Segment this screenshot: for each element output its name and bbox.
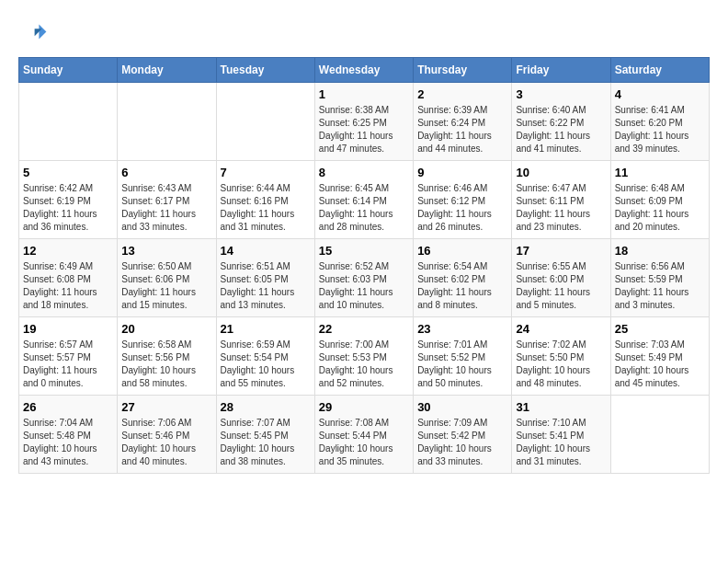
day-info: Sunrise: 7:02 AM Sunset: 5:50 PM Dayligh… <box>516 339 606 390</box>
day-info: Sunrise: 7:09 AM Sunset: 5:42 PM Dayligh… <box>417 417 507 468</box>
day-number: 24 <box>516 322 606 336</box>
weekday-saturday: Saturday <box>610 58 709 83</box>
day-number: 28 <box>221 400 311 414</box>
svg-marker-0 <box>39 24 46 39</box>
day-number: 13 <box>121 244 211 258</box>
day-number: 7 <box>221 166 311 179</box>
calendar-week-5: 26Sunrise: 7:04 AM Sunset: 5:48 PM Dayli… <box>19 396 710 474</box>
day-info: Sunrise: 6:44 AM Sunset: 6:16 PM Dayligh… <box>221 182 311 234</box>
day-info: Sunrise: 6:43 AM Sunset: 6:17 PM Dayligh… <box>121 182 211 234</box>
day-number: 12 <box>23 244 113 258</box>
day-info: Sunrise: 6:49 AM Sunset: 6:08 PM Dayligh… <box>23 260 113 312</box>
calendar-cell <box>19 83 118 161</box>
calendar-cell: 2Sunrise: 6:39 AM Sunset: 6:24 PM Daylig… <box>414 83 512 161</box>
day-info: Sunrise: 6:39 AM Sunset: 6:24 PM Dayligh… <box>417 104 507 155</box>
calendar-header: SundayMondayTuesdayWednesdayThursdayFrid… <box>19 58 710 83</box>
day-number: 1 <box>319 87 409 101</box>
day-number: 20 <box>121 322 211 336</box>
day-number: 14 <box>221 244 311 258</box>
day-info: Sunrise: 7:03 AM Sunset: 5:49 PM Dayligh… <box>615 339 705 390</box>
logo-icon <box>18 18 48 48</box>
calendar-cell: 5Sunrise: 6:42 AM Sunset: 6:19 PM Daylig… <box>19 161 118 239</box>
day-info: Sunrise: 6:48 AM Sunset: 6:09 PM Dayligh… <box>615 182 705 234</box>
calendar-cell: 8Sunrise: 6:45 AM Sunset: 6:14 PM Daylig… <box>314 161 413 239</box>
weekday-monday: Monday <box>118 58 216 83</box>
calendar-week-3: 12Sunrise: 6:49 AM Sunset: 6:08 PM Dayli… <box>19 239 710 317</box>
day-info: Sunrise: 7:04 AM Sunset: 5:48 PM Dayligh… <box>23 417 113 468</box>
day-info: Sunrise: 7:10 AM Sunset: 5:41 PM Dayligh… <box>516 417 606 468</box>
calendar-cell: 13Sunrise: 6:50 AM Sunset: 6:06 PM Dayli… <box>118 239 216 317</box>
day-info: Sunrise: 6:46 AM Sunset: 6:12 PM Dayligh… <box>417 182 507 234</box>
calendar-cell <box>216 83 314 161</box>
day-info: Sunrise: 6:54 AM Sunset: 6:02 PM Dayligh… <box>417 260 507 312</box>
day-info: Sunrise: 6:45 AM Sunset: 6:14 PM Dayligh… <box>319 182 409 234</box>
calendar-cell: 4Sunrise: 6:41 AM Sunset: 6:20 PM Daylig… <box>610 83 709 161</box>
day-number: 19 <box>23 322 113 336</box>
calendar-cell: 14Sunrise: 6:51 AM Sunset: 6:05 PM Dayli… <box>216 239 314 317</box>
day-number: 31 <box>516 400 606 414</box>
calendar-cell: 17Sunrise: 6:55 AM Sunset: 6:00 PM Dayli… <box>512 239 610 317</box>
calendar-cell: 1Sunrise: 6:38 AM Sunset: 6:25 PM Daylig… <box>314 83 413 161</box>
day-number: 3 <box>516 87 606 101</box>
day-number: 15 <box>319 244 409 258</box>
day-info: Sunrise: 7:07 AM Sunset: 5:45 PM Dayligh… <box>221 417 311 468</box>
day-number: 27 <box>121 400 211 414</box>
page-header <box>18 18 710 48</box>
weekday-tuesday: Tuesday <box>216 58 314 83</box>
calendar-cell: 6Sunrise: 6:43 AM Sunset: 6:17 PM Daylig… <box>118 161 216 239</box>
day-number: 17 <box>516 244 606 258</box>
day-number: 4 <box>615 87 705 101</box>
calendar-cell: 24Sunrise: 7:02 AM Sunset: 5:50 PM Dayli… <box>512 317 610 396</box>
day-info: Sunrise: 7:08 AM Sunset: 5:44 PM Dayligh… <box>319 417 409 468</box>
day-info: Sunrise: 7:06 AM Sunset: 5:46 PM Dayligh… <box>121 417 211 468</box>
calendar-cell: 19Sunrise: 6:57 AM Sunset: 5:57 PM Dayli… <box>19 317 118 396</box>
calendar-cell: 27Sunrise: 7:06 AM Sunset: 5:46 PM Dayli… <box>118 396 216 474</box>
calendar-cell: 12Sunrise: 6:49 AM Sunset: 6:08 PM Dayli… <box>19 239 118 317</box>
day-number: 23 <box>417 322 507 336</box>
day-info: Sunrise: 6:40 AM Sunset: 6:22 PM Dayligh… <box>516 104 606 155</box>
calendar-cell: 11Sunrise: 6:48 AM Sunset: 6:09 PM Dayli… <box>610 161 709 239</box>
calendar-cell: 16Sunrise: 6:54 AM Sunset: 6:02 PM Dayli… <box>414 239 512 317</box>
day-info: Sunrise: 7:01 AM Sunset: 5:52 PM Dayligh… <box>417 339 507 390</box>
day-info: Sunrise: 6:59 AM Sunset: 5:54 PM Dayligh… <box>221 339 311 390</box>
day-number: 6 <box>121 166 211 179</box>
weekday-wednesday: Wednesday <box>314 58 413 83</box>
day-info: Sunrise: 6:41 AM Sunset: 6:20 PM Dayligh… <box>615 104 705 155</box>
weekday-thursday: Thursday <box>414 58 512 83</box>
calendar-cell: 20Sunrise: 6:58 AM Sunset: 5:56 PM Dayli… <box>118 317 216 396</box>
calendar-table: SundayMondayTuesdayWednesdayThursdayFrid… <box>18 57 710 474</box>
calendar-cell: 3Sunrise: 6:40 AM Sunset: 6:22 PM Daylig… <box>512 83 610 161</box>
day-info: Sunrise: 6:50 AM Sunset: 6:06 PM Dayligh… <box>121 260 211 312</box>
calendar-cell: 25Sunrise: 7:03 AM Sunset: 5:49 PM Dayli… <box>610 317 709 396</box>
day-number: 22 <box>319 322 409 336</box>
calendar-week-2: 5Sunrise: 6:42 AM Sunset: 6:19 PM Daylig… <box>19 161 710 239</box>
day-info: Sunrise: 6:55 AM Sunset: 6:00 PM Dayligh… <box>516 260 606 312</box>
day-number: 5 <box>23 166 113 179</box>
day-info: Sunrise: 6:57 AM Sunset: 5:57 PM Dayligh… <box>23 339 113 390</box>
day-number: 2 <box>417 87 507 101</box>
calendar-cell <box>118 83 216 161</box>
day-number: 25 <box>615 322 705 336</box>
day-number: 11 <box>615 166 705 179</box>
calendar-cell: 29Sunrise: 7:08 AM Sunset: 5:44 PM Dayli… <box>314 396 413 474</box>
day-number: 8 <box>319 166 409 179</box>
calendar-cell: 18Sunrise: 6:56 AM Sunset: 5:59 PM Dayli… <box>610 239 709 317</box>
calendar-cell: 21Sunrise: 6:59 AM Sunset: 5:54 PM Dayli… <box>216 317 314 396</box>
calendar-week-4: 19Sunrise: 6:57 AM Sunset: 5:57 PM Dayli… <box>19 317 710 396</box>
calendar-cell: 15Sunrise: 6:52 AM Sunset: 6:03 PM Dayli… <box>314 239 413 317</box>
day-number: 30 <box>417 400 507 414</box>
weekday-sunday: Sunday <box>19 58 118 83</box>
day-info: Sunrise: 6:47 AM Sunset: 6:11 PM Dayligh… <box>516 182 606 234</box>
calendar-cell <box>610 396 709 474</box>
day-info: Sunrise: 6:52 AM Sunset: 6:03 PM Dayligh… <box>319 260 409 312</box>
calendar-cell: 26Sunrise: 7:04 AM Sunset: 5:48 PM Dayli… <box>19 396 118 474</box>
weekday-header-row: SundayMondayTuesdayWednesdayThursdayFrid… <box>19 58 710 83</box>
day-info: Sunrise: 6:56 AM Sunset: 5:59 PM Dayligh… <box>615 260 705 312</box>
day-info: Sunrise: 6:38 AM Sunset: 6:25 PM Dayligh… <box>319 104 409 155</box>
weekday-friday: Friday <box>512 58 610 83</box>
day-number: 9 <box>417 166 507 179</box>
day-number: 10 <box>516 166 606 179</box>
logo <box>18 18 53 48</box>
calendar-week-1: 1Sunrise: 6:38 AM Sunset: 6:25 PM Daylig… <box>19 83 710 161</box>
day-info: Sunrise: 6:58 AM Sunset: 5:56 PM Dayligh… <box>121 339 211 390</box>
